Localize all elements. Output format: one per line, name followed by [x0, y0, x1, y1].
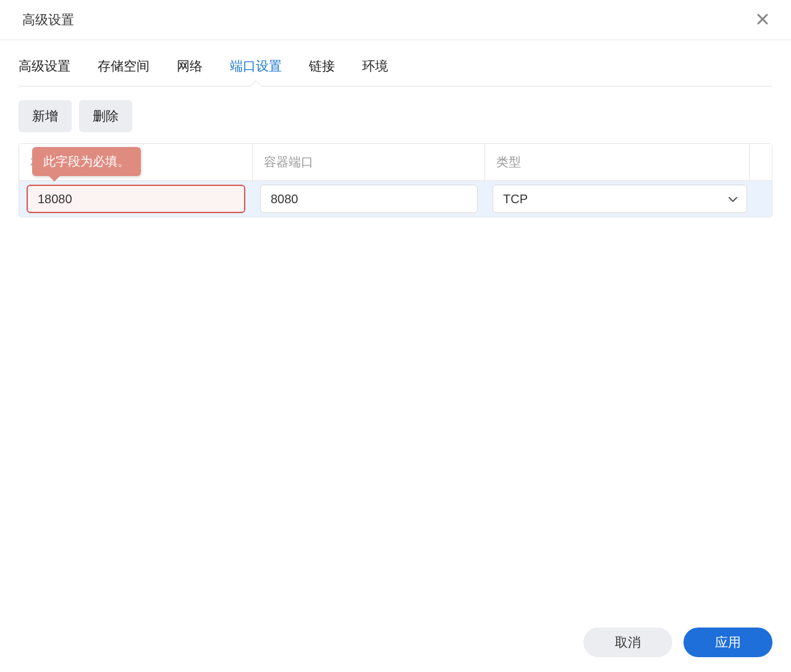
table-row[interactable]: TCP — [19, 181, 772, 217]
local-port-input[interactable] — [27, 185, 245, 213]
apply-button[interactable]: 应用 — [683, 628, 772, 657]
cancel-button[interactable]: 取消 — [583, 628, 672, 657]
type-select-value: TCP — [503, 192, 528, 206]
add-button[interactable]: 新增 — [19, 100, 72, 132]
col-header-container-port: 容器端口 — [253, 144, 485, 180]
cell-spacer — [755, 195, 772, 203]
advanced-settings-dialog: 高级设置 高级设置 存储空间 网络 端口设置 链接 环境 新增 删除 本地端口 … — [0, 0, 791, 672]
delete-button[interactable]: 删除 — [79, 100, 132, 132]
cell-type: TCP — [485, 181, 755, 217]
close-button[interactable] — [754, 11, 771, 28]
cell-container-port — [253, 181, 485, 217]
tab-environment[interactable]: 环境 — [362, 57, 388, 86]
dialog-title: 高级设置 — [22, 11, 74, 28]
validation-tooltip: 此字段为必填。 — [32, 147, 141, 176]
tabs-list: 高级设置 存储空间 网络 端口设置 链接 环境 — [19, 40, 772, 86]
col-header-spacer — [750, 144, 772, 180]
tab-advanced-settings[interactable]: 高级设置 — [19, 57, 70, 86]
type-select[interactable]: TCP — [493, 185, 747, 213]
tabs-container: 高级设置 存储空间 网络 端口设置 链接 环境 — [0, 40, 791, 86]
tab-port-settings[interactable]: 端口设置 — [230, 57, 282, 86]
cell-local-port — [19, 181, 253, 217]
dialog-footer: 取消 应用 — [0, 615, 791, 672]
tab-storage[interactable]: 存储空间 — [98, 57, 150, 86]
container-port-input[interactable] — [260, 185, 478, 213]
dialog-header: 高级设置 — [0, 0, 791, 40]
col-header-type: 类型 — [485, 144, 750, 180]
tab-network[interactable]: 网络 — [177, 57, 203, 86]
validation-message: 此字段为必填。 — [43, 154, 130, 168]
tab-links[interactable]: 链接 — [309, 57, 335, 86]
type-select-wrapper: TCP — [493, 185, 747, 213]
table-toolbar: 新增 删除 — [19, 100, 772, 132]
close-icon — [756, 11, 769, 28]
